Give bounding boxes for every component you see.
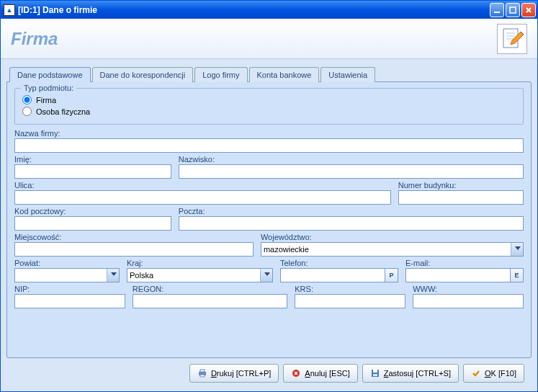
first-name-input[interactable]: [14, 164, 171, 179]
nip-input[interactable]: [14, 294, 125, 308]
entity-type-group: Typ podmiotu: Firma Osoba fizyczna: [14, 88, 524, 125]
svg-rect-4: [200, 370, 205, 372]
email-label: E-mail:: [405, 259, 524, 267]
window-title: [ID:1] Dane o firmie: [18, 5, 490, 15]
city-input[interactable]: [14, 242, 254, 257]
print-button[interactable]: Drukuj [CTRL+P]: [189, 364, 279, 383]
regon-label: REGON:: [133, 285, 287, 293]
svg-rect-9: [373, 374, 377, 376]
www-input[interactable]: [413, 294, 524, 308]
country-select[interactable]: [127, 268, 273, 282]
page-header: Firma: [1, 19, 537, 59]
content-area: Dane podstawowe Dane do korespondencji L…: [1, 59, 537, 391]
voivodeship-label: Województwo:: [261, 233, 524, 241]
postal-code-label: Kod pocztowy:: [14, 207, 171, 215]
tab-settings[interactable]: Ustawienia: [320, 67, 375, 82]
email-picker-button[interactable]: E: [511, 268, 524, 282]
close-button[interactable]: [521, 3, 536, 17]
tab-panel-basic: Typ podmiotu: Firma Osoba fizyczna Nazwa…: [6, 81, 532, 358]
radio-firma[interactable]: [22, 95, 32, 104]
country-label: Kraj:: [127, 259, 273, 267]
city-label: Miejscowość:: [14, 233, 254, 241]
radio-firma-label: Firma: [36, 96, 56, 104]
radio-osoba-label: Osoba fizyczna: [36, 107, 90, 116]
entity-type-label: Typ podmiotu:: [21, 84, 76, 92]
maximize-icon: [509, 6, 516, 14]
radio-osoba[interactable]: [22, 107, 32, 116]
last-name-input[interactable]: [179, 164, 524, 179]
phone-label: Telefon:: [280, 259, 398, 267]
minimize-icon: [493, 6, 501, 14]
county-select[interactable]: [14, 268, 120, 282]
ok-label: OK [F10]: [485, 369, 516, 378]
voivodeship-select[interactable]: [261, 242, 524, 257]
nip-label: NIP:: [14, 285, 125, 293]
phone-picker-button[interactable]: P: [385, 268, 398, 282]
street-input[interactable]: [14, 190, 391, 205]
page-title: Firma: [11, 29, 497, 49]
apply-label: Zastosuj [CTRL+S]: [384, 369, 451, 378]
app-icon: ▲: [4, 4, 15, 16]
krs-input[interactable]: [295, 294, 405, 308]
minimize-button[interactable]: [490, 3, 504, 17]
button-bar: Drukuj [CTRL+P] Anuluj [ESC] Zastosuj [C…: [6, 358, 532, 388]
cancel-label: Anuluj [ESC]: [305, 369, 349, 378]
company-name-input[interactable]: [14, 138, 524, 153]
tab-bar: Dane podstawowe Dane do korespondencji L…: [9, 66, 532, 81]
email-input[interactable]: [405, 268, 511, 282]
post-office-label: Poczta:: [179, 207, 524, 215]
tab-bank-accounts[interactable]: Konta bankowe: [249, 67, 320, 82]
regon-input[interactable]: [133, 294, 287, 308]
cancel-icon: [291, 368, 301, 378]
building-no-input[interactable]: [398, 190, 524, 205]
tab-correspondence[interactable]: Dane do korespondencji: [92, 67, 194, 82]
post-office-input[interactable]: [179, 216, 524, 231]
ok-icon: [471, 368, 481, 378]
close-icon: [525, 6, 532, 14]
ok-button[interactable]: OK [F10]: [463, 364, 524, 383]
krs-label: KRS:: [295, 285, 405, 293]
window-controls: [490, 3, 536, 17]
save-icon: [370, 368, 380, 378]
print-label: Drukuj [CTRL+P]: [211, 369, 271, 378]
printer-icon: [197, 368, 207, 378]
street-label: Ulica:: [14, 181, 391, 190]
edit-document-icon: [497, 24, 527, 54]
svg-rect-8: [373, 370, 377, 373]
first-name-label: Imię:: [14, 155, 171, 164]
postal-code-input[interactable]: [14, 216, 171, 231]
phone-input[interactable]: [280, 268, 385, 282]
tab-logo[interactable]: Logo firmy: [194, 67, 247, 82]
svg-rect-1: [510, 7, 516, 13]
tab-basic-data[interactable]: Dane podstawowe: [9, 67, 91, 82]
maximize-button[interactable]: [506, 3, 520, 17]
titlebar: ▲ [ID:1] Dane o firmie: [1, 1, 537, 19]
svg-rect-5: [200, 375, 205, 377]
svg-rect-0: [494, 12, 500, 13]
window: ▲ [ID:1] Dane o firmie Firma Dane podsta…: [0, 0, 538, 392]
last-name-label: Nazwisko:: [179, 155, 524, 164]
county-label: Powiat:: [14, 259, 120, 267]
www-label: WWW:: [413, 285, 524, 293]
apply-button[interactable]: Zastosuj [CTRL+S]: [362, 364, 459, 383]
company-name-label: Nazwa firmy:: [14, 129, 524, 138]
building-no-label: Numer budynku:: [398, 181, 524, 190]
cancel-button[interactable]: Anuluj [ESC]: [283, 364, 357, 383]
